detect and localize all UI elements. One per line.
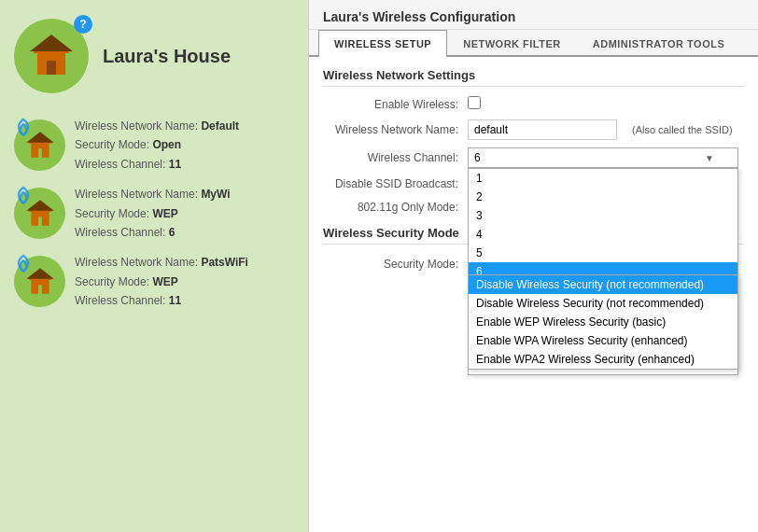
enable-wireless-row: Enable Wireless: [323, 96, 744, 112]
channel-label-1: Wireless Channel: [75, 158, 165, 171]
network-name-label-2: Wireless Network Name: [75, 188, 198, 201]
house-header: ? Laura's House [14, 19, 294, 93]
network-settings-title: Wireless Network Settings [323, 68, 744, 87]
house-icon [28, 33, 75, 79]
panel-content: Wireless Network Settings Enable Wireles… [309, 57, 758, 532]
disable-ssid-label: Disable SSID Broadcast: [323, 177, 458, 190]
tab-admin-tools[interactable]: ADMINISTRATOR TOOLS [577, 30, 741, 57]
channel-option-2[interactable]: 2 [469, 188, 737, 206]
network-icon-1 [14, 119, 65, 171]
enable-wireless-checkbox[interactable] [468, 96, 481, 109]
help-badge[interactable]: ? [74, 15, 92, 34]
security-dropdown-list: Disable Wireless Security (not recommend… [468, 274, 738, 370]
network-name-row: Wireless Network Name: (Also called the … [323, 119, 744, 140]
security-mode-label-3: Security Mode: [75, 275, 149, 288]
channel-dropdown-arrow: ▼ [705, 153, 714, 163]
mode-80211g-label: 802.11g Only Mode: [323, 201, 458, 214]
channel-option-3[interactable]: 3 [469, 206, 737, 225]
ssid-note: (Also called the SSID) [632, 124, 733, 135]
svg-marker-2 [30, 35, 73, 51]
tab-network-filter[interactable]: NETWORK FILTER [447, 30, 577, 57]
list-item: Wireless Network Name: MyWi Security Mod… [14, 185, 294, 242]
channel-dropdown-trigger[interactable]: 6 ▼ [468, 147, 738, 168]
right-panel: Laura's Wireless Configuration WIRELESS … [308, 0, 758, 532]
channel-option-5[interactable]: 5 [469, 244, 737, 262]
left-panel: ? Laura's House Wireless Network Name: [0, 0, 308, 532]
channel-dropdown-container: 6 ▼ 1 2 3 4 5 6 7 8 9 10 11 [468, 147, 738, 168]
security-option-1[interactable]: Disable Wireless Security (not recommend… [469, 294, 737, 313]
network-name-label-3: Wireless Network Name: [75, 256, 198, 269]
security-option-4[interactable]: Enable WPA2 Wireless Security (enhanced) [469, 350, 737, 369]
network-name-control: (Also called the SSID) [468, 119, 744, 140]
security-mode-label-2: Security Mode: [75, 207, 149, 220]
network-icon-2 [14, 188, 65, 239]
wifi-icon-2 [9, 183, 37, 211]
network-name-label: Wireless Network Name: [323, 123, 458, 136]
security-mode-label-1: Security Mode: [75, 138, 149, 151]
enable-wireless-control [468, 96, 744, 112]
house-icon-container: ? [14, 19, 89, 93]
network-list: Wireless Network Name: Default Security … [14, 117, 294, 311]
enable-wireless-label: Enable Wireless: [323, 98, 458, 111]
network-icon-3 [14, 256, 65, 307]
network-info-3: Wireless Network Name: PatsWiFi Security… [75, 253, 248, 310]
channel-selected-value: 6 [474, 151, 481, 164]
security-mode-value-1: Open [152, 138, 181, 151]
channel-label-2: Wireless Channel: [75, 226, 165, 239]
network-info-2: Wireless Network Name: MyWi Security Mod… [75, 185, 231, 242]
tab-wireless-setup[interactable]: WIRELESS SETUP [318, 30, 447, 57]
network-info-1: Wireless Network Name: Default Security … [75, 117, 239, 174]
security-option-2[interactable]: Enable WEP Wireless Security (basic) [469, 313, 737, 331]
channel-value-1: 11 [169, 158, 181, 171]
channel-value-2: 6 [169, 226, 175, 239]
channel-value-3: 11 [169, 294, 181, 307]
security-mode-label: Security Mode: [323, 254, 458, 271]
list-item: Wireless Network Name: Default Security … [14, 117, 294, 174]
network-name-label-1: Wireless Network Name: [75, 119, 198, 133]
wifi-icon-3 [9, 251, 37, 279]
channel-option-1[interactable]: 1 [469, 169, 737, 188]
page-title: Laura's House [103, 46, 231, 67]
channel-option-4[interactable]: 4 [469, 225, 737, 244]
panel-title: Laura's Wireless Configuration [309, 0, 758, 30]
security-mode-value-3: WEP [152, 275, 177, 288]
wifi-icon-1 [9, 115, 37, 143]
security-option-0[interactable]: Disable Wireless Security (not recommend… [469, 275, 737, 294]
tab-bar: WIRELESS SETUP NETWORK FILTER ADMINISTRA… [309, 30, 758, 57]
network-name-value-2: MyWi [201, 188, 230, 201]
list-item: Wireless Network Name: PatsWiFi Security… [14, 253, 294, 310]
wireless-channel-row: Wireless Channel: 6 ▼ 1 2 3 4 5 6 7 [323, 147, 744, 168]
network-name-value-1: Default [201, 119, 239, 133]
network-name-value-3: PatsWiFi [201, 256, 248, 269]
security-mode-value-2: WEP [152, 207, 177, 220]
wireless-channel-label: Wireless Channel: [323, 147, 458, 164]
wireless-channel-control: 6 ▼ 1 2 3 4 5 6 7 8 9 10 11 [468, 147, 744, 168]
network-name-input[interactable] [468, 119, 617, 140]
security-option-3[interactable]: Enable WPA Wireless Security (enhanced) [469, 331, 737, 350]
channel-label-3: Wireless Channel: [75, 294, 165, 307]
svg-rect-1 [47, 61, 56, 75]
